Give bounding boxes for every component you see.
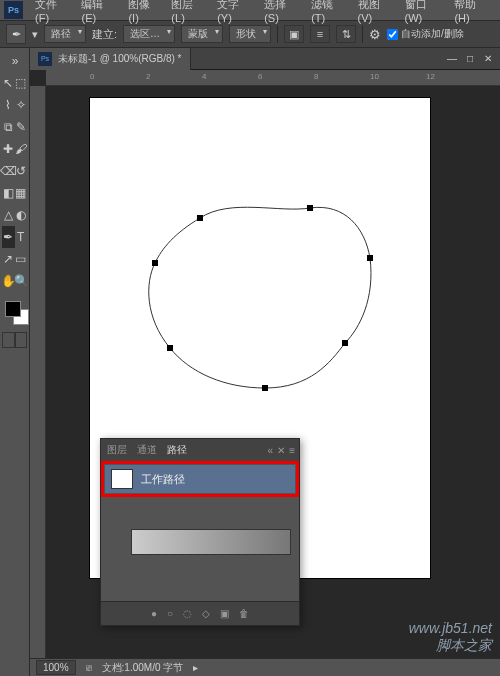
menu-layer[interactable]: 图层(L) xyxy=(165,0,211,24)
path-item-label: 工作路径 xyxy=(141,472,185,487)
wand-tool[interactable]: ✧ xyxy=(15,94,28,116)
menu-image[interactable]: 图像(I) xyxy=(122,0,165,24)
svg-rect-2 xyxy=(367,255,373,261)
make-mask-button[interactable]: 蒙版 xyxy=(181,25,223,43)
options-bar: ✒ ▾ 路径 建立: 选区… 蒙版 形状 ▣ ≡ ⇅ ⚙ 自动添加/删除 xyxy=(0,20,500,48)
menu-filter[interactable]: 滤镜(T) xyxy=(305,0,351,24)
panel-close-icon[interactable]: ✕ xyxy=(277,445,285,456)
new-path-icon[interactable]: ▣ xyxy=(220,608,229,619)
auto-add-checkbox-input[interactable] xyxy=(387,29,398,40)
gradient-tool[interactable]: ▦ xyxy=(15,182,28,204)
paths-list: 工作路径 xyxy=(101,461,299,601)
chevron-down-icon[interactable]: ▾ xyxy=(32,28,38,41)
type-tool[interactable]: T xyxy=(15,226,28,248)
ruler-horizontal: 0 2 4 6 8 10 12 xyxy=(46,70,500,86)
make-label: 建立: xyxy=(92,27,117,42)
crop-tool[interactable]: ⧉ xyxy=(2,116,15,138)
auto-add-label: 自动添加/删除 xyxy=(401,27,464,41)
panel-collapse-icon[interactable]: « xyxy=(268,445,274,456)
shape-tool[interactable]: ▭ xyxy=(15,248,28,270)
doc-nav-icon[interactable]: ⎚ xyxy=(86,662,92,673)
menu-help[interactable]: 帮助(H) xyxy=(448,0,496,24)
dodge-tool[interactable]: ◐ xyxy=(15,204,28,226)
zoom-tool[interactable]: 🔍 xyxy=(15,270,28,292)
eraser-tool[interactable]: ◧ xyxy=(2,182,15,204)
history-brush-tool[interactable]: ↺ xyxy=(15,160,27,182)
svg-rect-5 xyxy=(167,345,173,351)
path-align-icon[interactable]: ≡ xyxy=(310,25,330,43)
brush-tool[interactable]: 🖌 xyxy=(15,138,28,160)
path-thumbnail xyxy=(111,469,133,489)
paths-panel[interactable]: 图层 通道 路径 « ✕ ≡ 工作路径 ● xyxy=(100,438,300,626)
ruler-vertical xyxy=(30,86,46,676)
svg-rect-0 xyxy=(197,215,203,221)
path-arrange-icon[interactable]: ⇅ xyxy=(336,25,356,43)
document-tab[interactable]: Ps 未标题-1 @ 100%(RGB/8) * xyxy=(30,48,191,70)
window-close-icon[interactable]: ✕ xyxy=(480,52,496,66)
gradient-preview xyxy=(131,529,291,555)
path-item-work-path[interactable]: 工作路径 xyxy=(105,465,295,493)
selection-to-path-icon[interactable]: ◇ xyxy=(202,608,210,619)
toolbox: » ↖⬚ ⌇✧ ⧉✎ ✚🖌 ⌫↺ ◧▦ △◐ ✒T ↗▭ ✋🔍 xyxy=(0,48,30,676)
doc-info: 文档:1.00M/0 字节 xyxy=(102,661,184,675)
marquee-tool[interactable]: ⬚ xyxy=(15,72,28,94)
path-op-icon[interactable]: ▣ xyxy=(284,25,304,43)
heal-tool[interactable]: ✚ xyxy=(2,138,15,160)
stamp-tool[interactable]: ⌫ xyxy=(2,160,15,182)
svg-rect-6 xyxy=(152,260,158,266)
pen-tool-icon[interactable]: ✒ xyxy=(6,24,26,44)
path-select-tool[interactable]: ↗ xyxy=(2,248,15,270)
tab-channels[interactable]: 通道 xyxy=(137,443,157,457)
divider xyxy=(362,25,363,43)
svg-rect-4 xyxy=(262,385,268,391)
color-swatches[interactable] xyxy=(2,298,27,328)
doc-info-chevron-icon[interactable]: ▸ xyxy=(193,662,198,673)
ps-doc-icon: Ps xyxy=(38,52,52,66)
auto-add-delete-checkbox[interactable]: 自动添加/删除 xyxy=(387,27,464,41)
mode-dropdown[interactable]: 路径 xyxy=(44,25,86,43)
workspace: Ps 未标题-1 @ 100%(RGB/8) * — □ ✕ 0 2 4 6 8… xyxy=(30,48,500,676)
status-bar: 100% ⎚ 文档:1.00M/0 字节 ▸ xyxy=(30,658,500,676)
document-title: 未标题-1 @ 100%(RGB/8) * xyxy=(58,52,182,66)
tab-layers[interactable]: 图层 xyxy=(107,443,127,457)
watermark: www.jb51.net 脚本之家 xyxy=(409,620,492,654)
menu-window[interactable]: 窗口(W) xyxy=(399,0,449,24)
eyedropper-tool[interactable]: ✎ xyxy=(15,116,28,138)
make-shape-button[interactable]: 形状 xyxy=(229,25,271,43)
annotation-highlight: 工作路径 xyxy=(101,461,299,497)
quick-mask-toggle[interactable] xyxy=(2,332,27,348)
zoom-level[interactable]: 100% xyxy=(36,660,76,675)
tab-paths[interactable]: 路径 xyxy=(167,443,187,457)
move-tool[interactable]: ↖ xyxy=(2,72,15,94)
menubar: Ps 文件(F) 编辑(E) 图像(I) 图层(L) 文字(Y) 选择(S) 滤… xyxy=(0,0,500,20)
app-logo: Ps xyxy=(4,1,23,19)
path-to-selection-icon[interactable]: ◌ xyxy=(183,608,192,619)
panel-menu-icon[interactable]: ≡ xyxy=(289,445,295,456)
divider xyxy=(277,25,278,43)
foreground-color-swatch[interactable] xyxy=(5,301,21,317)
menu-file[interactable]: 文件(F) xyxy=(29,0,75,24)
gear-icon[interactable]: ⚙ xyxy=(369,27,381,42)
expand-toolbox-icon[interactable]: » xyxy=(2,50,28,72)
svg-rect-1 xyxy=(307,205,313,211)
menu-type[interactable]: 文字(Y) xyxy=(211,0,258,24)
lasso-tool[interactable]: ⌇ xyxy=(2,94,15,116)
blur-tool[interactable]: △ xyxy=(2,204,15,226)
window-minimize-icon[interactable]: — xyxy=(444,52,460,66)
stroke-path-icon[interactable]: ○ xyxy=(167,608,173,619)
panel-tab-bar: 图层 通道 路径 « ✕ ≡ xyxy=(101,439,299,461)
menu-edit[interactable]: 编辑(E) xyxy=(75,0,122,24)
delete-path-icon[interactable]: 🗑 xyxy=(239,608,249,619)
document-tab-bar: Ps 未标题-1 @ 100%(RGB/8) * — □ ✕ xyxy=(30,48,500,70)
svg-rect-3 xyxy=(342,340,348,346)
menu-select[interactable]: 选择(S) xyxy=(258,0,305,24)
menu-view[interactable]: 视图(V) xyxy=(352,0,399,24)
window-maximize-icon[interactable]: □ xyxy=(462,52,478,66)
fill-path-icon[interactable]: ● xyxy=(151,608,157,619)
pen-tool[interactable]: ✒ xyxy=(2,226,15,248)
make-selection-button[interactable]: 选区… xyxy=(123,25,175,43)
paths-panel-footer: ● ○ ◌ ◇ ▣ 🗑 xyxy=(101,601,299,625)
